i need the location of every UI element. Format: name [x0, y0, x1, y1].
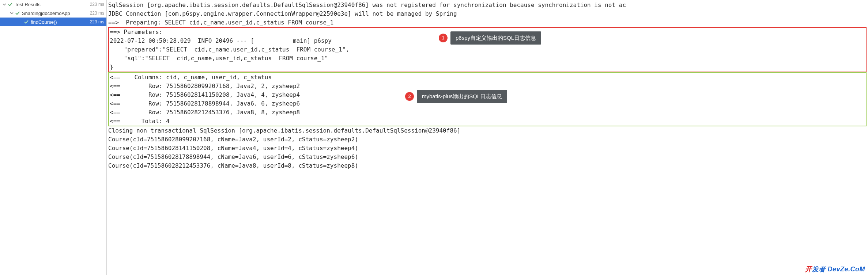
- tree-root-time: 223 ms: [90, 2, 104, 7]
- tree-method-label: findCourse(): [31, 19, 90, 25]
- console-line: JDBC Connection [com.p6spy.engine.wrappe…: [108, 9, 867, 18]
- console-line: ==> Preparing: SELECT cid,c_name,user_id…: [108, 18, 867, 27]
- tree-app-time: 223 ms: [90, 11, 104, 16]
- console-line: <== Row: 751586028099207168, Java2, 2, z…: [110, 82, 865, 91]
- tree-root-row[interactable]: Test Results 223 ms: [0, 0, 106, 9]
- callout-text: mybatis-plus输出的SQL日志信息: [417, 90, 507, 103]
- tree-app-label: ShardingjdbcdemoApp: [22, 11, 90, 16]
- watermark: 开发者 DevZe.CoM: [805, 265, 865, 274]
- tree-method-time: 223 ms: [90, 19, 104, 24]
- callout-2: 2 mybatis-plus输出的SQL日志信息: [405, 90, 507, 103]
- chevron-down-icon[interactable]: [2, 3, 7, 6]
- console-line: <== Row: 751586028212453376, Java8, 8, z…: [110, 108, 865, 117]
- console-line: Course(cId=751586028212453376, cName=Jav…: [108, 161, 867, 170]
- console-line: Course(cId=751586028141150208, cName=Jav…: [108, 144, 867, 153]
- tree-root-label: Test Results: [15, 2, 90, 7]
- console-line: "prepared":"SELECT cid,c_name,user_id,c_…: [110, 45, 865, 54]
- console-line: }: [110, 63, 865, 72]
- check-icon: [15, 11, 20, 15]
- check-icon: [8, 2, 12, 7]
- check-icon: [24, 20, 29, 24]
- console-line: <== Total: 4: [110, 117, 865, 126]
- tree-app-row[interactable]: ShardingjdbcdemoApp 223 ms: [0, 9, 106, 18]
- callout-number-icon: 2: [405, 92, 414, 101]
- console-output[interactable]: SqlSession [org.apache.ibatis.session.de…: [107, 0, 868, 275]
- callout-1: 1 p6spy自定义输出的SQL日志信息: [439, 31, 541, 45]
- chevron-down-icon[interactable]: [10, 11, 14, 15]
- test-results-panel: Test Results 223 ms ShardingjdbcdemoApp …: [0, 0, 107, 275]
- callout-text: p6spy自定义输出的SQL日志信息: [450, 31, 541, 45]
- callout-number-icon: 1: [439, 34, 448, 42]
- console-line: SqlSession [org.apache.ibatis.session.de…: [108, 1, 867, 9]
- console-line: "sql":"SELECT cid,c_name,user_id,c_statu…: [110, 54, 865, 63]
- tree-method-row[interactable]: findCourse() 223 ms: [0, 18, 106, 26]
- console-line: Course(cId=751586028099207168, cName=Jav…: [108, 135, 867, 144]
- console-line: <== Columns: cid, c_name, user_id, c_sta…: [110, 73, 865, 82]
- console-line: Closing non transactional SqlSession [or…: [108, 126, 867, 135]
- console-line: Course(cId=751586028178898944, cName=Jav…: [108, 153, 867, 161]
